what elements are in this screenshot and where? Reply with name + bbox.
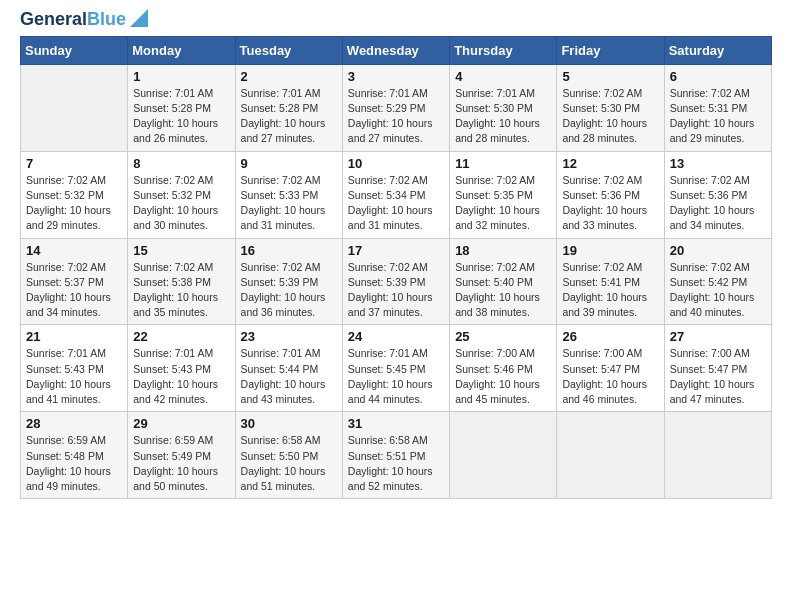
day-info: Sunrise: 7:02 AM Sunset: 5:35 PM Dayligh… xyxy=(455,173,551,234)
day-info: Sunrise: 7:02 AM Sunset: 5:38 PM Dayligh… xyxy=(133,260,229,321)
day-info: Sunrise: 7:02 AM Sunset: 5:36 PM Dayligh… xyxy=(670,173,766,234)
day-info: Sunrise: 7:02 AM Sunset: 5:34 PM Dayligh… xyxy=(348,173,444,234)
calendar-week-4: 21Sunrise: 7:01 AM Sunset: 5:43 PM Dayli… xyxy=(21,325,772,412)
day-number: 31 xyxy=(348,416,444,431)
day-number: 5 xyxy=(562,69,658,84)
day-info: Sunrise: 7:00 AM Sunset: 5:46 PM Dayligh… xyxy=(455,346,551,407)
calendar-cell: 5Sunrise: 7:02 AM Sunset: 5:30 PM Daylig… xyxy=(557,64,664,151)
day-number: 20 xyxy=(670,243,766,258)
day-info: Sunrise: 7:02 AM Sunset: 5:36 PM Dayligh… xyxy=(562,173,658,234)
day-header-friday: Friday xyxy=(557,36,664,64)
day-header-tuesday: Tuesday xyxy=(235,36,342,64)
day-number: 11 xyxy=(455,156,551,171)
day-info: Sunrise: 6:58 AM Sunset: 5:51 PM Dayligh… xyxy=(348,433,444,494)
day-number: 14 xyxy=(26,243,122,258)
day-number: 16 xyxy=(241,243,337,258)
calendar-cell: 15Sunrise: 7:02 AM Sunset: 5:38 PM Dayli… xyxy=(128,238,235,325)
day-info: Sunrise: 7:01 AM Sunset: 5:44 PM Dayligh… xyxy=(241,346,337,407)
day-info: Sunrise: 7:01 AM Sunset: 5:28 PM Dayligh… xyxy=(133,86,229,147)
day-number: 7 xyxy=(26,156,122,171)
day-header-thursday: Thursday xyxy=(450,36,557,64)
logo-icon xyxy=(128,7,150,29)
day-number: 28 xyxy=(26,416,122,431)
calendar-cell: 20Sunrise: 7:02 AM Sunset: 5:42 PM Dayli… xyxy=(664,238,771,325)
page: GeneralBlue SundayMondayTuesdayWednesday… xyxy=(0,0,792,519)
day-number: 22 xyxy=(133,329,229,344)
calendar-cell: 28Sunrise: 6:59 AM Sunset: 5:48 PM Dayli… xyxy=(21,412,128,499)
calendar-cell: 21Sunrise: 7:01 AM Sunset: 5:43 PM Dayli… xyxy=(21,325,128,412)
day-number: 17 xyxy=(348,243,444,258)
calendar-table: SundayMondayTuesdayWednesdayThursdayFrid… xyxy=(20,36,772,499)
day-info: Sunrise: 7:02 AM Sunset: 5:40 PM Dayligh… xyxy=(455,260,551,321)
calendar-cell: 16Sunrise: 7:02 AM Sunset: 5:39 PM Dayli… xyxy=(235,238,342,325)
day-info: Sunrise: 7:01 AM Sunset: 5:28 PM Dayligh… xyxy=(241,86,337,147)
day-info: Sunrise: 6:58 AM Sunset: 5:50 PM Dayligh… xyxy=(241,433,337,494)
calendar-cell: 26Sunrise: 7:00 AM Sunset: 5:47 PM Dayli… xyxy=(557,325,664,412)
day-info: Sunrise: 7:02 AM Sunset: 5:33 PM Dayligh… xyxy=(241,173,337,234)
calendar-cell: 14Sunrise: 7:02 AM Sunset: 5:37 PM Dayli… xyxy=(21,238,128,325)
calendar-cell: 27Sunrise: 7:00 AM Sunset: 5:47 PM Dayli… xyxy=(664,325,771,412)
calendar-cell: 7Sunrise: 7:02 AM Sunset: 5:32 PM Daylig… xyxy=(21,151,128,238)
day-info: Sunrise: 6:59 AM Sunset: 5:48 PM Dayligh… xyxy=(26,433,122,494)
day-info: Sunrise: 7:02 AM Sunset: 5:42 PM Dayligh… xyxy=(670,260,766,321)
calendar-cell: 4Sunrise: 7:01 AM Sunset: 5:30 PM Daylig… xyxy=(450,64,557,151)
day-number: 3 xyxy=(348,69,444,84)
day-number: 18 xyxy=(455,243,551,258)
day-info: Sunrise: 7:01 AM Sunset: 5:45 PM Dayligh… xyxy=(348,346,444,407)
day-number: 12 xyxy=(562,156,658,171)
day-info: Sunrise: 7:02 AM Sunset: 5:41 PM Dayligh… xyxy=(562,260,658,321)
day-number: 26 xyxy=(562,329,658,344)
calendar-cell: 11Sunrise: 7:02 AM Sunset: 5:35 PM Dayli… xyxy=(450,151,557,238)
calendar-cell: 6Sunrise: 7:02 AM Sunset: 5:31 PM Daylig… xyxy=(664,64,771,151)
calendar-cell: 8Sunrise: 7:02 AM Sunset: 5:32 PM Daylig… xyxy=(128,151,235,238)
calendar-body: 1Sunrise: 7:01 AM Sunset: 5:28 PM Daylig… xyxy=(21,64,772,498)
calendar-cell xyxy=(21,64,128,151)
calendar-header-row: SundayMondayTuesdayWednesdayThursdayFrid… xyxy=(21,36,772,64)
day-number: 10 xyxy=(348,156,444,171)
calendar-cell: 1Sunrise: 7:01 AM Sunset: 5:28 PM Daylig… xyxy=(128,64,235,151)
calendar-cell xyxy=(557,412,664,499)
calendar-cell: 2Sunrise: 7:01 AM Sunset: 5:28 PM Daylig… xyxy=(235,64,342,151)
calendar-cell: 9Sunrise: 7:02 AM Sunset: 5:33 PM Daylig… xyxy=(235,151,342,238)
calendar-cell: 10Sunrise: 7:02 AM Sunset: 5:34 PM Dayli… xyxy=(342,151,449,238)
calendar-cell: 13Sunrise: 7:02 AM Sunset: 5:36 PM Dayli… xyxy=(664,151,771,238)
day-number: 1 xyxy=(133,69,229,84)
day-number: 24 xyxy=(348,329,444,344)
day-number: 23 xyxy=(241,329,337,344)
calendar-cell: 12Sunrise: 7:02 AM Sunset: 5:36 PM Dayli… xyxy=(557,151,664,238)
day-info: Sunrise: 7:01 AM Sunset: 5:30 PM Dayligh… xyxy=(455,86,551,147)
day-info: Sunrise: 7:00 AM Sunset: 5:47 PM Dayligh… xyxy=(562,346,658,407)
day-info: Sunrise: 7:02 AM Sunset: 5:31 PM Dayligh… xyxy=(670,86,766,147)
day-header-saturday: Saturday xyxy=(664,36,771,64)
day-info: Sunrise: 7:02 AM Sunset: 5:37 PM Dayligh… xyxy=(26,260,122,321)
calendar-week-3: 14Sunrise: 7:02 AM Sunset: 5:37 PM Dayli… xyxy=(21,238,772,325)
day-info: Sunrise: 7:02 AM Sunset: 5:39 PM Dayligh… xyxy=(241,260,337,321)
day-info: Sunrise: 7:01 AM Sunset: 5:29 PM Dayligh… xyxy=(348,86,444,147)
day-number: 21 xyxy=(26,329,122,344)
day-number: 25 xyxy=(455,329,551,344)
day-header-monday: Monday xyxy=(128,36,235,64)
day-info: Sunrise: 7:01 AM Sunset: 5:43 PM Dayligh… xyxy=(133,346,229,407)
day-number: 19 xyxy=(562,243,658,258)
day-header-sunday: Sunday xyxy=(21,36,128,64)
calendar-cell: 29Sunrise: 6:59 AM Sunset: 5:49 PM Dayli… xyxy=(128,412,235,499)
day-number: 30 xyxy=(241,416,337,431)
day-info: Sunrise: 7:02 AM Sunset: 5:30 PM Dayligh… xyxy=(562,86,658,147)
day-number: 15 xyxy=(133,243,229,258)
day-number: 2 xyxy=(241,69,337,84)
calendar-cell xyxy=(664,412,771,499)
logo-text: GeneralBlue xyxy=(20,10,126,30)
calendar-cell xyxy=(450,412,557,499)
calendar-cell: 30Sunrise: 6:58 AM Sunset: 5:50 PM Dayli… xyxy=(235,412,342,499)
day-info: Sunrise: 7:02 AM Sunset: 5:39 PM Dayligh… xyxy=(348,260,444,321)
day-number: 8 xyxy=(133,156,229,171)
day-number: 9 xyxy=(241,156,337,171)
calendar-cell: 25Sunrise: 7:00 AM Sunset: 5:46 PM Dayli… xyxy=(450,325,557,412)
day-info: Sunrise: 7:02 AM Sunset: 5:32 PM Dayligh… xyxy=(133,173,229,234)
calendar-header: SundayMondayTuesdayWednesdayThursdayFrid… xyxy=(21,36,772,64)
day-number: 29 xyxy=(133,416,229,431)
calendar-week-2: 7Sunrise: 7:02 AM Sunset: 5:32 PM Daylig… xyxy=(21,151,772,238)
calendar-cell: 22Sunrise: 7:01 AM Sunset: 5:43 PM Dayli… xyxy=(128,325,235,412)
calendar-cell: 18Sunrise: 7:02 AM Sunset: 5:40 PM Dayli… xyxy=(450,238,557,325)
day-number: 4 xyxy=(455,69,551,84)
